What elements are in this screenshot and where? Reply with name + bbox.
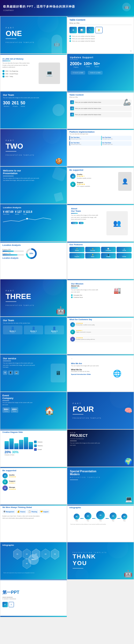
test-text-2: Highly recommend to everyone. [76, 331, 91, 333]
slide-5-desc: You can replace the image on the screen … [3, 97, 64, 98]
cd-icon-3 [34, 448, 37, 451]
slide-16-building-icon: 🏭 [114, 287, 121, 294]
slide-18-ribbon [67, 317, 134, 318]
tc-icon-4: 💡 [95, 27, 103, 33]
part-one-subtitle: PRESENTATION TEMPLATE [6, 42, 34, 43]
slide-3-timeline: 2018 - Our Beginning 2020 - Growth Phase… [2, 70, 33, 78]
slide-8-platform: Platform Implementation You can describe… [67, 129, 134, 166]
slide-25-inner: Be supported F Quality ★★★★★ G Support ★… [0, 467, 67, 494]
pct-30: 30% [12, 450, 18, 454]
deco-circle-2 [37, 37, 51, 51]
tl-item-3: 2022 - Today [2, 75, 33, 78]
slide-6-table-content2: Table Content What we Offer ① Here you c… [67, 91, 134, 129]
slide-21-title2: Company [2, 397, 33, 400]
slide-4-line [70, 60, 78, 60]
tc2-icon-2: ② [70, 107, 74, 110]
slide-27-categories: ⚙ Management 💰 Finance 📋 Planning 🤝 Supp… [2, 510, 65, 514]
slide-28-title: Infographic [69, 506, 132, 509]
slide-12-tags: Design Dev [71, 222, 100, 224]
loc2-stat-2: Progress 70% [2, 253, 24, 255]
slide-16-img: 🏭 [103, 281, 132, 300]
loc-val-1: ¥ 497.69 [3, 210, 13, 213]
slide-20-left: " Who We Are You can replace the image w… [69, 357, 102, 390]
stat-2000-num: 2000+ [70, 61, 82, 66]
slide-11-title: Location Analysis [3, 206, 64, 209]
plat-item-1: Our Text Here Description goes here [69, 136, 100, 140]
part-four-number: FOUR [73, 405, 94, 413]
slide-25-items: F Quality ★★★★★ G Support ★★★★☆ H [2, 473, 65, 491]
test-text-3: Excellent experience working with them. [76, 339, 95, 340]
slide-21-house-icon: 🏠 [44, 406, 54, 415]
feat-6: 💡Ideas [85, 253, 100, 258]
slide-20-what: What We Do [71, 369, 100, 371]
part-one-number: ONE [6, 30, 22, 37]
test-avatar-1: C [70, 322, 75, 327]
test-stars-2: ★★★★☆ [76, 330, 91, 331]
ty-robot-icon: 🤖 [124, 570, 132, 578]
bar-3 [14, 443, 18, 449]
part-two-number: TWO [6, 142, 23, 150]
slide-27-title: We Were Always Thinking Global [2, 506, 65, 508]
svg-point-0 [26, 218, 28, 219]
slide-18-customers: What Our Customers Say C ★★★★★ Great pro… [67, 317, 134, 354]
slide-31-footer-bar [0, 616, 67, 617]
tc-label-2: Here you can explain what this feature [72, 38, 95, 40]
slide-12-layout: About Our Team You can replace the image… [67, 204, 134, 241]
slide-12-title2: Our Team [71, 210, 100, 212]
slide-7-part-two: PART TWO PRESENTATION TEMPLATE 🍪 [0, 129, 67, 166]
slide-24-line [70, 441, 77, 441]
tc2-text-3: Here you can explain what this feature d… [75, 114, 101, 115]
tc-item-1: Here you can explain what this feature [69, 35, 132, 37]
tc-dot-3 [69, 40, 71, 42]
loc2-bar-2-bg [2, 254, 24, 255]
slide-23-creative-diagram: Creative Diagram Slide 20% 30% [0, 429, 67, 467]
ig-connector-2 [92, 518, 95, 519]
p2-deco-1 [43, 129, 61, 144]
slide-21-event-company: Event Company You can replace the image … [0, 392, 67, 429]
slide-8-title: Platform Implementation [69, 131, 132, 133]
slide-25-ribbon [0, 467, 67, 468]
loc-label-2: Market [15, 213, 22, 215]
deco-circle-1 [37, 16, 59, 32]
slide-3-underline [2, 61, 10, 61]
svg-text:02: 02 [26, 553, 28, 555]
slide-26-inner: Special Presentation Modern MOTIVATION T… [67, 467, 134, 484]
test-avatar-2: D [70, 330, 75, 334]
cat-3: 📋 Planning [27, 510, 38, 514]
slide-31-brand: 第一PPT [2, 590, 65, 595]
slide-18-title: What Our Customers Say [69, 319, 132, 320]
header-title: 欧美超级好看的 PPT，适用于多种场合的演示神器 [3, 5, 120, 9]
slide-13-layout: Progress 53% Progress 70% Location Analy… [2, 248, 65, 259]
bar-5 [24, 437, 28, 449]
tc2-icon-1: ① [70, 100, 74, 104]
slide-13-title: Location Analysis [2, 244, 65, 246]
mis-text-1: Innovation first [73, 294, 82, 296]
slide-16-layout: Our Mission About Us You can replace the… [67, 279, 134, 301]
slide-23-pcts: 20% 30% [5, 450, 33, 454]
loc-stat-1: ¥ 497.69 Total Point [3, 210, 13, 215]
tl-item-2: 2020 - Growth Phase [2, 73, 33, 75]
slide-24-planet-img: 🌍 [124, 458, 132, 465]
slide-16-line [71, 288, 78, 288]
slide-28-descriptions: Each step represents a key milestone in … [69, 524, 132, 525]
slide-11-inner: Location Analysis ¥ 497.69 Total Point ¥… [0, 204, 67, 226]
test-avatar-3: E [70, 337, 75, 342]
slide-24-planet-icon: 🌍 [124, 458, 132, 465]
slide-24-project: PROJECT [70, 434, 131, 437]
mis-dot-2 [71, 297, 73, 298]
slide-13-donut: 53% [26, 248, 37, 259]
cd-label-1: Analysis [38, 441, 43, 443]
slide-14-grid: ⚡Speed 🔒Security 📊Analytics ☁Cloud 🔧Supp… [69, 246, 132, 259]
loc-val-3: ¥ 122.8 [23, 210, 32, 213]
tc-item-2: Here you can explain what this feature [69, 38, 132, 40]
slide-16-title: Our Mission [71, 283, 100, 285]
test-content-1: ★★★★★ Great product, excellent service q… [76, 322, 95, 325]
slide-25-title: Be supported [2, 469, 65, 472]
cat-label-3: Planning [31, 511, 37, 513]
slide-28-inner: Infographic 01 Step 02 Step 03 Step [67, 505, 134, 527]
slide-8-ribbon [67, 129, 134, 130]
slide-29-inner: Infographic INFO 01 02 03 04 05 [0, 542, 67, 576]
slide-4-prices: ¥ 713.07 元 RMB ¥ 600.37 元 RMB [70, 70, 131, 75]
ev-num-2: 200+ [12, 408, 17, 411]
slide-5-our-team: Our Team You can replace the image on th… [0, 91, 67, 129]
